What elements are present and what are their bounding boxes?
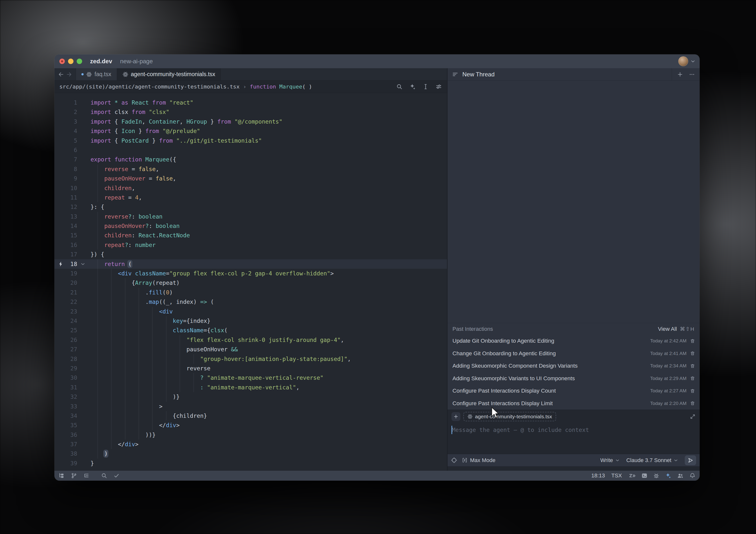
terminal-icon[interactable]	[641, 472, 648, 479]
code-line[interactable]: 13 reverse?: boolean	[54, 212, 447, 221]
send-button[interactable]	[685, 455, 696, 465]
edit-prediction-icon[interactable]	[628, 472, 636, 479]
nav-forward-button[interactable]	[66, 71, 72, 78]
code-text: >	[91, 402, 447, 411]
avatar[interactable]	[678, 56, 688, 66]
model-selector[interactable]: Claude 3.7 Sonnet	[626, 457, 678, 464]
code-line[interactable]: 11 repeat = 4,	[54, 193, 447, 202]
past-interaction-row[interactable]: Configure Past Interactions Display Coun…	[447, 385, 700, 397]
tab-faq[interactable]: faq.tsx	[76, 68, 117, 80]
view-all-button[interactable]: View All ⌘⇧H	[658, 326, 695, 332]
code-line[interactable]: 31 : "animate-marquee-vertical",	[54, 383, 447, 392]
ibeam-cursor-icon[interactable]	[422, 83, 429, 90]
past-interaction-row[interactable]: Adding Skeuomorphic Variants to UI Compo…	[447, 372, 700, 385]
delete-interaction-trash-icon[interactable]	[690, 401, 695, 406]
code-line[interactable]: 10 children,	[54, 184, 447, 193]
breadcrumb[interactable]: src/app/(site)/agentic/agent-community-t…	[54, 81, 447, 93]
context-usage-icon[interactable]	[451, 457, 457, 463]
project-name[interactable]: zed.dev	[90, 58, 112, 65]
git-branch-icon[interactable]	[71, 472, 77, 479]
add-context-button[interactable]	[451, 412, 460, 421]
sparkles-icon[interactable]	[409, 83, 416, 90]
code-line[interactable]: 21 .fill(0)	[54, 288, 447, 297]
new-thread-button[interactable]	[677, 71, 683, 78]
code-line[interactable]: 16 repeat?: number	[54, 240, 447, 250]
past-interaction-row[interactable]: Change Git Onboarding to Agentic Editing…	[447, 347, 700, 360]
diagnostics-check-icon[interactable]	[113, 472, 120, 479]
code-line[interactable]: 3import { FadeIn, Container, HGroup } fr…	[54, 117, 447, 126]
delete-interaction-trash-icon[interactable]	[690, 364, 695, 369]
branch-name[interactable]: new-ai-page	[120, 58, 153, 65]
debug-icon[interactable]	[653, 472, 660, 479]
code-line[interactable]: 20 {Array(repeat)	[54, 278, 447, 288]
code-line[interactable]: 2import clsx from "clsx"	[54, 107, 447, 117]
delete-interaction-trash-icon[interactable]	[690, 351, 695, 356]
tab-agent-community-testimonials[interactable]: agent-community-testimonials.tsx	[117, 68, 221, 80]
assistant-sparkles-icon[interactable]	[665, 472, 671, 479]
thread-menu-icon[interactable]	[452, 71, 458, 78]
code-line[interactable]: 17}) {	[54, 250, 447, 259]
chevron-down-icon[interactable]	[690, 59, 696, 64]
code-line[interactable]: 22 .map((_, index) => (	[54, 297, 447, 307]
project-panel-icon[interactable]	[58, 472, 65, 479]
code-line[interactable]: 30 ? "animate-marquee-vertical-reverse"	[54, 373, 447, 382]
code-line[interactable]: 35 </div>	[54, 420, 447, 430]
max-mode-toggle[interactable]: Max Mode	[462, 457, 496, 464]
collaboration-icon[interactable]	[677, 472, 684, 479]
more-options-icon[interactable]	[689, 71, 695, 78]
past-interaction-row[interactable]: Configure Past Interactions Display Limi…	[447, 397, 700, 410]
code-line[interactable]: 26 "flex flex-col shrink-0 justify-aroun…	[54, 335, 447, 344]
breadcrumb-symbol[interactable]: function Marquee( )	[250, 84, 312, 90]
indent-guide	[125, 316, 125, 326]
code-editor[interactable]: 1import * as React from "react"2import c…	[54, 93, 447, 471]
code-line[interactable]: 24 key={index}	[54, 316, 447, 326]
code-line[interactable]: 23 <div	[54, 307, 447, 316]
search-icon[interactable]	[101, 472, 107, 479]
outline-panel-icon[interactable]	[83, 472, 90, 479]
code-line[interactable]: 9 pauseOnHover = false,	[54, 174, 447, 183]
cursor-position[interactable]: 18:13	[591, 472, 605, 479]
language-selector[interactable]: TSX	[611, 472, 622, 479]
code-line[interactable]: 38 )	[54, 449, 447, 458]
code-line[interactable]: 18 return (	[54, 259, 447, 269]
close-window-button[interactable]	[59, 59, 65, 64]
notifications-bell-icon[interactable]	[689, 472, 696, 479]
code-line[interactable]: 29 reverse	[54, 364, 447, 373]
code-line[interactable]: 5import { PostCard } from "../git/git-te…	[54, 136, 447, 145]
code-line[interactable]: 12}: {	[54, 202, 447, 212]
code-line[interactable]: 1import * as React from "react"	[54, 98, 447, 107]
message-input[interactable]: Message the agent – @ to include context	[447, 423, 700, 454]
minimize-window-button[interactable]	[68, 59, 73, 64]
context-pill[interactable]: agent-community-testimonials.tsx	[463, 412, 556, 421]
code-line[interactable]: 27 pauseOnHover &&	[54, 344, 447, 354]
delete-interaction-trash-icon[interactable]	[690, 388, 695, 394]
code-line[interactable]: 7export function Marquee({	[54, 155, 447, 164]
code-line[interactable]: 15 children: React.ReactNode	[54, 231, 447, 240]
code-line[interactable]: 39}	[54, 459, 447, 468]
code-line[interactable]: 4import { Icon } from "@/prelude"	[54, 126, 447, 136]
code-line[interactable]: 34 {children}	[54, 411, 447, 420]
code-line[interactable]: 25 className={clsx(	[54, 326, 447, 335]
nav-back-button[interactable]	[58, 71, 64, 78]
code-line[interactable]: 28 "group-hover:[animation-play-state:pa…	[54, 354, 447, 364]
expand-composer-icon[interactable]	[690, 414, 696, 420]
delete-interaction-trash-icon[interactable]	[690, 376, 695, 381]
code-line[interactable]: 14 pauseOnHover?: boolean	[54, 221, 447, 231]
code-line[interactable]: 36 ))}	[54, 430, 447, 440]
code-line[interactable]: 32 )}	[54, 392, 447, 401]
code-line[interactable]: 6	[54, 145, 447, 155]
breadcrumb-path[interactable]: src/app/(site)/agentic/agent-community-t…	[59, 84, 239, 90]
editor-controls-icon[interactable]	[435, 83, 442, 90]
fold-chevron-icon[interactable]	[80, 261, 86, 267]
mode-selector[interactable]: Write	[600, 457, 620, 464]
search-icon[interactable]	[396, 83, 403, 90]
past-interaction-row[interactable]: Adding Skeuomorphic Component Design Var…	[447, 360, 700, 372]
delete-interaction-trash-icon[interactable]	[690, 339, 695, 343]
past-interaction-row[interactable]: Update Git Onboarding to Agentic Editing…	[447, 335, 700, 347]
code-line[interactable]: 33 >	[54, 402, 447, 411]
inline-assist-lightning-icon[interactable]	[58, 261, 64, 267]
zoom-window-button[interactable]	[77, 59, 82, 64]
code-line[interactable]: 8 reverse = false,	[54, 165, 447, 174]
code-line[interactable]: 19 <div className="group flex flex-col p…	[54, 269, 447, 278]
code-line[interactable]: 37 </div>	[54, 440, 447, 449]
